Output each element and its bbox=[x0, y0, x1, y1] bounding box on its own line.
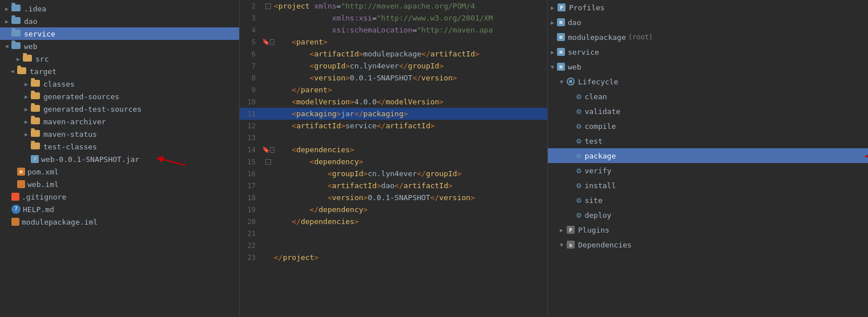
folder-icon-test-classes bbox=[31, 143, 41, 151]
arrow-src: ▶ bbox=[14, 56, 23, 62]
gear-icon-install: ⚙ bbox=[576, 181, 581, 190]
code-line-8: 8 <version>0.0.1-SNAPSHOT</version> bbox=[240, 72, 547, 84]
folder-icon-target bbox=[17, 67, 27, 75]
fold-2[interactable]: - bbox=[265, 3, 271, 9]
right-item-lifecycle[interactable]: ▼ Lifecycle bbox=[548, 74, 868, 89]
profiles-icon: P bbox=[557, 3, 566, 12]
label-dao-right: dao bbox=[568, 18, 581, 27]
label-modulepackage-iml: modulepackage.iml bbox=[22, 218, 98, 226]
code-line-21: 21 bbox=[240, 227, 547, 239]
code-text-15: <dependency> bbox=[274, 157, 547, 166]
tree-item-idea[interactable]: ▶ .idea bbox=[0, 2, 239, 15]
code-text-12: <artifactId>service</artifactId> bbox=[274, 121, 547, 130]
code-text-10: <modelVersion>4.0.0</modelVersion> bbox=[274, 97, 547, 106]
code-content: 2 - <project xmlns="http://maven.apache.… bbox=[240, 0, 547, 263]
label-modulepackage-suffix: (root) bbox=[628, 33, 653, 41]
label-idea: .idea bbox=[24, 5, 46, 13]
tree-item-generated-sources[interactable]: ▶ generated-sources bbox=[0, 90, 239, 103]
tree-item-pom[interactable]: ▶ m pom.xml bbox=[0, 165, 239, 178]
help-icon: ? bbox=[11, 205, 21, 214]
label-install: install bbox=[584, 181, 616, 190]
iml-icon-web bbox=[17, 180, 25, 188]
tree-item-modulepackage-iml[interactable]: ▶ modulepackage.iml bbox=[0, 216, 239, 228]
code-text-4: xsi:schemaLocation="http://maven.apa bbox=[274, 26, 547, 34]
label-web-iml: web.iml bbox=[27, 180, 59, 189]
tree-item-classes[interactable]: ▶ classes bbox=[0, 78, 239, 90]
tree-item-service[interactable]: ▶ service bbox=[0, 27, 239, 40]
label-generated-sources: generated-sources bbox=[43, 92, 119, 101]
folder-icon-generated-test-sources bbox=[31, 105, 41, 113]
label-service-right: service bbox=[568, 48, 599, 56]
module-icon-dao: m bbox=[557, 18, 565, 26]
line-num-10: 10 bbox=[240, 98, 263, 106]
right-item-deploy[interactable]: ▶ ⚙ deploy bbox=[548, 208, 868, 222]
label-plugins: Plugins bbox=[578, 226, 609, 234]
label-maven-status: maven-status bbox=[43, 130, 97, 139]
module-icon-web: m bbox=[557, 63, 565, 71]
right-item-package[interactable]: ▶ ⚙ package bbox=[548, 148, 868, 163]
code-line-6: 6 <artifactId>modulepackage</artifactId> bbox=[240, 48, 547, 60]
code-text-17: <artifactId>dao</artifactId> bbox=[274, 181, 547, 190]
tree-item-web-jar[interactable]: ▶ J web-0.0.1-SNAPSHOT.jar bbox=[0, 153, 239, 165]
gear-icon-test: ⚙ bbox=[576, 136, 581, 145]
gutter-5: 🔖 - bbox=[263, 38, 274, 46]
code-text-6: <artifactId>modulepackage</artifactId> bbox=[274, 50, 547, 58]
line-num-23: 23 bbox=[240, 254, 263, 262]
right-item-validate[interactable]: ▶ ⚙ validate bbox=[548, 104, 868, 119]
tree-item-web-iml[interactable]: ▶ web.iml bbox=[0, 178, 239, 190]
svg-text:P: P bbox=[570, 228, 572, 233]
tree-item-maven-archiver[interactable]: ▶ maven-archiver bbox=[0, 115, 239, 128]
tree-item-generated-test-sources[interactable]: ▶ generated-test-sources bbox=[0, 103, 239, 115]
plugins-icon: P bbox=[566, 225, 575, 234]
right-item-modulepackage[interactable]: ▶ m modulepackage (root) bbox=[548, 30, 868, 44]
right-item-dao[interactable]: ▶ m dao bbox=[548, 15, 868, 30]
tree-item-web[interactable]: ▼ web bbox=[0, 40, 239, 52]
right-item-install[interactable]: ▶ ⚙ install bbox=[548, 178, 868, 193]
right-item-service[interactable]: ▶ m service bbox=[548, 44, 868, 59]
label-web-right: web bbox=[568, 63, 581, 71]
tree-item-maven-status[interactable]: ▶ maven-status bbox=[0, 128, 239, 140]
right-item-test[interactable]: ▶ ⚙ test bbox=[548, 133, 868, 148]
arrow-generated-test-sources: ▶ bbox=[22, 106, 31, 112]
label-dao: dao bbox=[24, 17, 37, 26]
left-file-tree: ▶ .idea ▶ dao ▶ service ▼ web ▶ src ▼ ta… bbox=[0, 0, 240, 317]
arrow-target: ▼ bbox=[10, 67, 16, 76]
label-generated-test-sources: generated-test-sources bbox=[43, 105, 142, 113]
code-line-16: 16 <groupId>cn.lyn4ever</groupId> bbox=[240, 168, 547, 180]
code-line-4: 4 xsi:schemaLocation="http://maven.apa bbox=[240, 24, 547, 36]
module-icon-service: m bbox=[557, 48, 565, 56]
right-item-dependencies[interactable]: ▼ D Dependencies bbox=[548, 237, 868, 252]
code-text-2: <project xmlns="http://maven.apache.org/… bbox=[274, 2, 547, 10]
right-item-site[interactable]: ▶ ⚙ site bbox=[548, 193, 868, 208]
gear-icon-clean: ⚙ bbox=[576, 92, 581, 101]
right-item-compile[interactable]: ▶ ⚙ compile bbox=[548, 119, 868, 133]
label-verify: verify bbox=[584, 166, 611, 175]
tree-item-target[interactable]: ▼ target bbox=[0, 65, 239, 78]
bookmark-14: 🔖 bbox=[262, 146, 270, 153]
right-item-clean[interactable]: ▶ ⚙ clean bbox=[548, 89, 868, 104]
label-service: service bbox=[24, 30, 55, 38]
line-num-17: 17 bbox=[240, 182, 263, 190]
label-classes: classes bbox=[43, 80, 75, 88]
tree-item-test-classes[interactable]: ▶ test-classes bbox=[0, 140, 239, 153]
tree-item-gitignore[interactable]: ▶ .gitignore bbox=[0, 190, 239, 203]
label-web: web bbox=[24, 42, 37, 51]
right-item-web[interactable]: ▼ m web bbox=[548, 59, 868, 74]
line-num-8: 8 bbox=[240, 74, 263, 82]
arrow-classes: ▶ bbox=[22, 81, 31, 87]
right-item-verify[interactable]: ▶ ⚙ verify bbox=[548, 163, 868, 178]
gear-icon-site: ⚙ bbox=[576, 196, 581, 205]
label-lifecycle: Lifecycle bbox=[578, 78, 618, 86]
folder-icon-maven-archiver bbox=[31, 117, 41, 125]
svg-text:P: P bbox=[560, 5, 563, 11]
fold-15[interactable]: - bbox=[265, 159, 271, 165]
code-line-23: 23 </project> bbox=[240, 251, 547, 263]
tree-item-help[interactable]: ▶ ? HELP.md bbox=[0, 203, 239, 216]
arrow-dao-right: ▶ bbox=[548, 19, 557, 26]
lifecycle-icon bbox=[566, 77, 575, 86]
tree-item-dao[interactable]: ▶ dao bbox=[0, 15, 239, 27]
tree-item-src[interactable]: ▶ src bbox=[0, 52, 239, 65]
label-src: src bbox=[35, 55, 49, 63]
right-item-profiles[interactable]: ▶ P Profiles bbox=[548, 0, 868, 15]
right-item-plugins[interactable]: ▶ P Plugins bbox=[548, 222, 868, 237]
